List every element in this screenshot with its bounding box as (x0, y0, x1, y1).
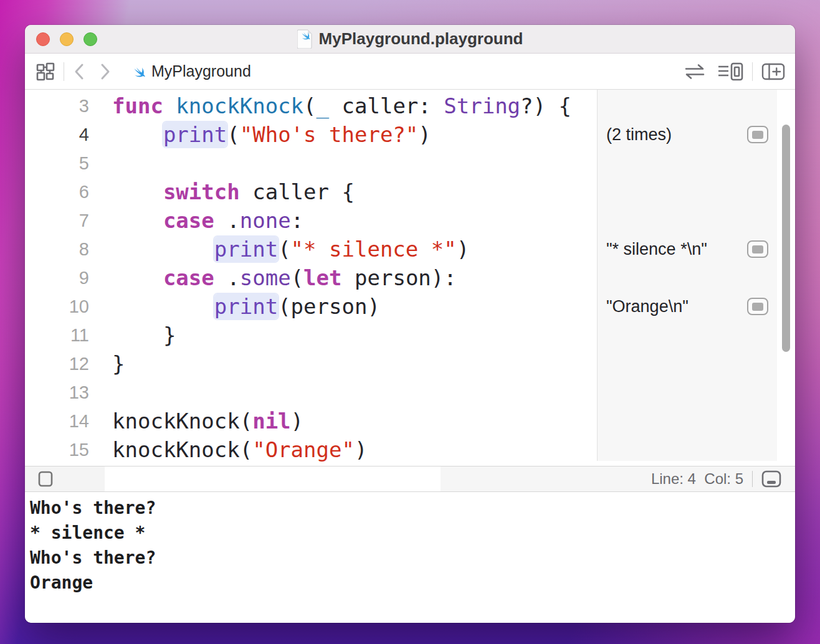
result-row: (2 times) (598, 120, 777, 149)
minimize-button[interactable] (60, 32, 74, 46)
playground-window: MyPlayground.playground (25, 25, 795, 623)
result-value: "* silence *\n" (606, 240, 747, 259)
add-editor-icon[interactable] (761, 62, 785, 81)
result-row: "Orange\n" (598, 292, 777, 321)
toolbar-right (684, 62, 785, 81)
line-number: 6 (25, 182, 100, 202)
document-icon (297, 29, 313, 49)
code-line[interactable]: 8 print("* silence *") (25, 235, 597, 263)
editor-options-icon[interactable] (717, 62, 743, 81)
line-number: 8 (25, 239, 100, 260)
code-text: } (100, 349, 125, 378)
status-bar: Line: 4 Col: 5 (25, 466, 795, 492)
line-number: 12 (25, 354, 100, 374)
results-sidebar: (2 times)"* silence *\n""Orange\n" (597, 90, 777, 461)
main-area: 3func knockKnock(_ caller: String?) {4 p… (25, 90, 795, 466)
swift-bird-icon (129, 64, 145, 79)
code-line[interactable]: 10 print(person) (25, 292, 597, 321)
console-line: Who's there? (30, 546, 795, 571)
toolbar: MyPlayground (25, 54, 795, 90)
code-editor[interactable]: 3func knockKnock(_ caller: String?) {4 p… (25, 90, 597, 466)
line-number: 9 (25, 268, 100, 288)
statusbar-left-segment (25, 466, 105, 491)
result-quicklook-fill (752, 131, 763, 139)
code-line[interactable]: 13 (25, 378, 597, 407)
close-button[interactable] (36, 32, 50, 46)
back-chevron-icon[interactable] (73, 62, 87, 81)
hide-debug-area-icon[interactable] (761, 470, 781, 488)
zoom-button[interactable] (83, 32, 97, 46)
line-number: 11 (25, 325, 100, 346)
toolbar-divider (64, 62, 64, 81)
square-icon[interactable] (38, 471, 53, 487)
code-text: func knockKnock(_ caller: String?) { (100, 92, 571, 120)
code-text: case .some(let person): (100, 263, 457, 292)
code-text: switch caller { (100, 178, 355, 206)
title-group: MyPlayground.playground (297, 29, 523, 49)
code-line[interactable]: 12} (25, 349, 597, 378)
code-line[interactable]: 9 case .some(let person): (25, 263, 597, 292)
console-line: * silence * (30, 521, 795, 546)
code-line[interactable]: 5 (25, 149, 597, 178)
code-text: print(person) (100, 292, 380, 321)
title-bar[interactable]: MyPlayground.playground (25, 25, 795, 54)
result-quicklook-icon[interactable] (747, 298, 768, 315)
breadcrumb[interactable]: MyPlayground (129, 62, 251, 80)
editor-grid-icon[interactable] (36, 62, 55, 81)
line-col-indicator: Line: 4 Col: 5 (651, 470, 743, 488)
code-text: print("Who's there?") (100, 120, 431, 149)
code-text: print("* silence *") (100, 235, 469, 263)
line-number: 13 (25, 382, 100, 403)
result-quicklook-icon[interactable] (747, 126, 768, 143)
statusbar-divider (752, 471, 753, 487)
code-text: case .none: (100, 206, 303, 235)
result-quicklook-fill (752, 303, 763, 311)
code-line[interactable]: 11 } (25, 321, 597, 349)
line-number: 3 (25, 96, 100, 116)
line-number: 7 (25, 211, 100, 231)
console-line: Orange (30, 571, 795, 595)
result-value: (2 times) (606, 125, 747, 144)
console-output[interactable]: Who's there?* silence *Who's there?Orang… (25, 492, 795, 623)
editor-scrollbar[interactable] (782, 125, 790, 352)
statusbar-right: Line: 4 Col: 5 (651, 466, 795, 491)
line-number: 5 (25, 153, 100, 174)
code-line[interactable]: 4 print("Who's there?") (25, 120, 597, 149)
code-line[interactable]: 6 switch caller { (25, 178, 597, 206)
console-line: Who's there? (30, 496, 795, 521)
code-line[interactable]: 3func knockKnock(_ caller: String?) { (25, 92, 597, 120)
result-value: "Orange\n" (606, 297, 747, 316)
line-number: 14 (25, 411, 100, 432)
code-line[interactable]: 7 case .none: (25, 206, 597, 235)
traffic-lights (25, 25, 97, 54)
forward-chevron-icon[interactable] (98, 62, 112, 81)
result-quicklook-fill (752, 245, 763, 253)
code-text: knockKnock("Orange") (100, 435, 367, 464)
window-title: MyPlayground.playground (319, 29, 523, 49)
result-quicklook-icon[interactable] (747, 240, 768, 258)
line-number: 10 (25, 296, 100, 317)
line-number: 4 (25, 125, 100, 145)
breadcrumb-label: MyPlayground (151, 62, 251, 80)
swap-arrows-icon[interactable] (684, 63, 706, 80)
result-row: "* silence *\n" (598, 235, 777, 263)
code-line[interactable]: 14knockKnock(nil) (25, 407, 597, 435)
line-number: 15 (25, 440, 100, 460)
code-text: } (100, 321, 176, 349)
toolbar-divider (752, 62, 753, 81)
code-line[interactable]: 15knockKnock("Orange") (25, 435, 597, 464)
code-text: knockKnock(nil) (100, 407, 303, 435)
